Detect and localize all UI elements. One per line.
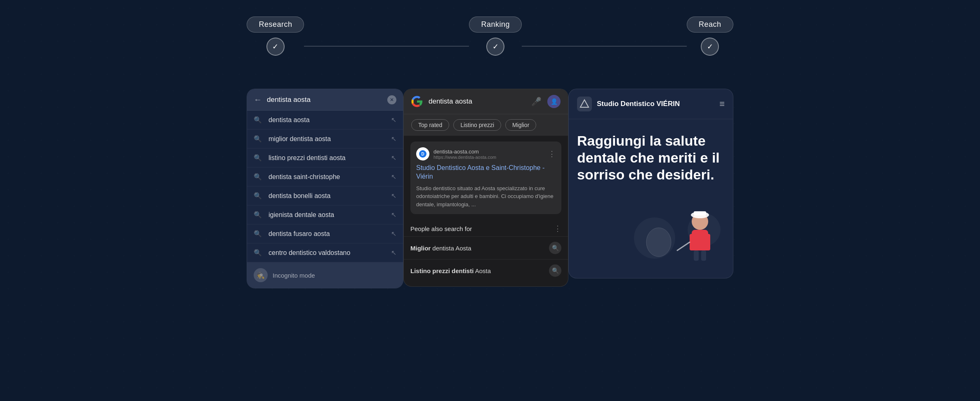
business-name: Studio Dentistico VIÉRIN (597, 100, 680, 108)
google-search-bar: 🎤 👤 (404, 89, 568, 114)
people-also-search-list: Miglior dentista Aosta 🔍 Listino prezzi … (404, 236, 568, 282)
svg-text:D: D (421, 152, 424, 156)
svg-line-14 (677, 242, 690, 250)
people-search-text: Listino prezzi dentisti Aosta (410, 267, 549, 274)
filter-tab[interactable]: Top rated (411, 119, 449, 131)
svg-rect-8 (690, 234, 698, 250)
filter-tabs: Top ratedListino prezziMiglior (404, 114, 568, 136)
step-research-label: Research (247, 17, 304, 33)
step-research-check: ✓ (266, 38, 285, 56)
svg-rect-13 (694, 211, 706, 215)
suggestion-text: listino prezzi dentisti aosta (269, 154, 391, 162)
back-icon[interactable]: ← (254, 95, 262, 104)
search-icon: 🔍 (254, 154, 262, 162)
hamburger-menu-icon[interactable]: ≡ (719, 99, 725, 109)
suggestion-item[interactable]: 🔍 miglior dentista aosta ↖ (247, 130, 403, 149)
suggestion-arrow-icon: ↖ (391, 154, 396, 162)
result-snippet: Studio dentistico situato ad Aosta speci… (416, 184, 556, 209)
suggestion-text: centro dentistico valdostano (269, 249, 391, 257)
suggestion-text: miglior dentista aosta (269, 135, 391, 143)
suggestion-item[interactable]: 🔍 centro dentistico valdostano ↖ (247, 243, 403, 262)
svg-rect-9 (702, 234, 710, 250)
result-source-info: D dentista-aosta.com https://www.dentist… (416, 147, 548, 160)
business-hero-title: Raggiungi la salute dentale che meriti e… (577, 132, 725, 183)
stepper: Research ✓ Ranking ✓ Reach ✓ (0, 0, 980, 56)
incognito-avatar: 🕵 (254, 268, 268, 282)
filter-tab[interactable]: Miglior (505, 119, 536, 131)
microphone-icon[interactable]: 🎤 (531, 97, 542, 106)
google-logo-icon (411, 96, 423, 107)
filter-tab[interactable]: Listino prezzi (453, 119, 501, 131)
business-hero-section: Raggiungi la salute dentale che meriti e… (569, 119, 733, 193)
favicon-icon: D (419, 150, 427, 158)
suggestion-item[interactable]: 🔍 dentista aosta ↖ (247, 111, 403, 130)
suggestion-arrow-icon: ↖ (391, 211, 396, 219)
search-icon: 🔍 (254, 116, 262, 124)
business-website-card: Studio Dentistico VIÉRIN ≡ Raggiungi la … (568, 89, 733, 278)
people-search-icon: 🔍 (549, 242, 561, 254)
result-source-text: dentista-aosta.com https://www.dentista-… (433, 149, 496, 160)
search-icon: 🔍 (254, 192, 262, 200)
suggestion-text: dentista fusaro aosta (269, 230, 391, 238)
step-line-2 (522, 46, 687, 47)
cards-area: ← ✕ 🔍 dentista aosta ↖ 🔍 miglior dentist… (0, 56, 980, 288)
incognito-row: 🕵 Incognito mode (247, 262, 403, 288)
suggestion-arrow-icon: ↖ (391, 173, 396, 181)
search-bar: ← ✕ (247, 89, 403, 111)
dentist-illustration-svg (630, 197, 729, 263)
suggestion-item[interactable]: 🔍 dentista bonelli aosta ↖ (247, 186, 403, 205)
suggestion-arrow-icon: ↖ (391, 116, 396, 124)
clear-icon[interactable]: ✕ (387, 95, 396, 104)
svg-marker-2 (580, 100, 589, 107)
step-ranking-check: ✓ (486, 38, 504, 56)
google-account-avatar[interactable]: 👤 (547, 95, 561, 108)
suggestion-item[interactable]: 🔍 dentista fusaro aosta ↖ (247, 224, 403, 243)
suggestions-list: 🔍 dentista aosta ↖ 🔍 miglior dentista ao… (247, 111, 403, 262)
suggestion-item[interactable]: 🔍 dentista saint-christophe ↖ (247, 167, 403, 186)
people-search-highlight: Miglior (410, 245, 431, 252)
search-icon: 🔍 (254, 135, 262, 143)
step-reach: Reach ✓ (687, 17, 733, 56)
incognito-label: Incognito mode (273, 272, 315, 279)
step-reach-label: Reach (687, 17, 733, 33)
business-logo-row: Studio Dentistico VIÉRIN (577, 97, 680, 111)
search-result-card: D dentista-aosta.com https://www.dentist… (410, 142, 561, 214)
svg-rect-11 (701, 250, 706, 261)
search-suggestions-card: ← ✕ 🔍 dentista aosta ↖ 🔍 miglior dentist… (247, 89, 403, 288)
people-search-item[interactable]: Listino prezzi dentisti Aosta 🔍 (404, 259, 568, 282)
people-search-highlight: Listino prezzi dentisti (410, 267, 474, 274)
svg-rect-10 (694, 250, 699, 261)
svg-point-5 (646, 228, 671, 257)
suggestion-text: dentista bonelli aosta (269, 192, 391, 200)
result-title[interactable]: Studio Dentistico Aosta e Saint-Christop… (416, 164, 556, 181)
suggestion-item[interactable]: 🔍 listino prezzi dentisti aosta ↖ (247, 149, 403, 167)
people-search-more-icon[interactable]: ⋮ (554, 224, 561, 233)
search-icon: 🔍 (254, 211, 262, 219)
people-search-text: Miglior dentista Aosta (410, 245, 549, 252)
suggestion-text: dentista saint-christophe (269, 173, 391, 181)
business-logo-icon (577, 97, 592, 111)
suggestion-text: igienista dentale aosta (269, 211, 391, 219)
business-header: Studio Dentistico VIÉRIN ≡ (569, 89, 733, 119)
result-source-row: D dentista-aosta.com https://www.dentist… (416, 147, 556, 160)
step-ranking-label: Ranking (469, 17, 522, 33)
step-research: Research ✓ (247, 17, 304, 56)
step-reach-check: ✓ (701, 38, 719, 56)
suggestion-item[interactable]: 🔍 igienista dentale aosta ↖ (247, 205, 403, 224)
step-line-1 (304, 46, 469, 47)
people-search-item[interactable]: Miglior dentista Aosta 🔍 (404, 236, 568, 259)
google-results-card: 🎤 👤 Top ratedListino prezziMiglior D den… (403, 89, 568, 287)
result-favicon: D (416, 147, 429, 160)
search-icon: 🔍 (254, 230, 262, 238)
suggestion-arrow-icon: ↖ (391, 135, 396, 143)
people-search-icon: 🔍 (549, 264, 561, 277)
result-more-icon[interactable]: ⋮ (548, 149, 556, 158)
result-domain: dentista-aosta.com (433, 149, 496, 155)
suggestion-arrow-icon: ↖ (391, 249, 396, 257)
suggestion-arrow-icon: ↖ (391, 192, 396, 200)
search-input[interactable] (267, 96, 382, 104)
google-search-input[interactable] (429, 97, 525, 106)
search-icon: 🔍 (254, 173, 262, 181)
suggestion-text: dentista aosta (269, 116, 391, 124)
search-icon: 🔍 (254, 249, 262, 257)
